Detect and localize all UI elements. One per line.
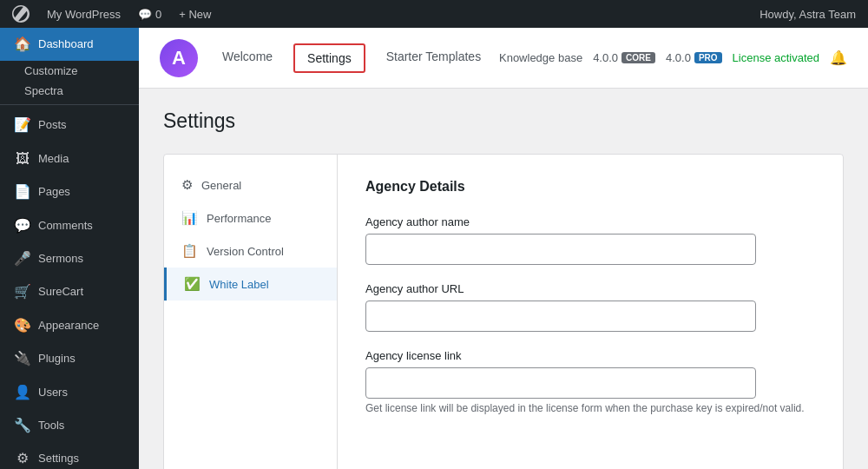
sidebar-item-sermons[interactable]: 🎤 Sermons [0, 242, 139, 275]
wp-sidebar: 🏠 Dashboard Customize Spectra 📝 Posts 🖼 … [0, 28, 139, 469]
agency-license-link-input[interactable] [365, 367, 756, 399]
plugin-logo[interactable]: A [160, 39, 198, 77]
form-group-author-name: Agency author name [365, 215, 815, 265]
version-core-badge: 4.0.0 CORE [593, 51, 655, 64]
license-activated-link[interactable]: License activated [733, 51, 819, 64]
sidebar-item-appearance[interactable]: 🎨 Appearance [0, 309, 139, 342]
plugin-header: A Welcome Settings Starter Templates Kno… [139, 28, 868, 89]
header-nav-starter-templates[interactable]: Starter Templates [369, 28, 498, 89]
sidebar-item-tools[interactable]: 🔧 Tools [0, 409, 139, 442]
sidebar-item-users[interactable]: 👤 Users [0, 376, 139, 409]
version-pro-badge: 4.0.0 PRO [666, 51, 722, 64]
sidebar-divider-1 [0, 104, 139, 105]
main-layout: 🏠 Dashboard Customize Spectra 📝 Posts 🖼 … [0, 28, 868, 469]
sidebar-item-media[interactable]: 🖼 Media [0, 142, 139, 175]
sidebar-item-surecart[interactable]: 🛒 SureCart [0, 275, 139, 308]
settings-nav-version-control[interactable]: 📋 Version Control [164, 234, 337, 268]
main-content: A Welcome Settings Starter Templates Kno… [139, 28, 868, 469]
sidebar-item-posts[interactable]: 📝 Posts [0, 109, 139, 142]
site-name[interactable]: My WordPress [42, 8, 126, 21]
sidebar-item-plugins[interactable]: 🔌 Plugins [0, 342, 139, 375]
new-content[interactable]: + New [174, 8, 216, 21]
performance-icon: 📊 [181, 210, 198, 226]
form-group-author-url: Agency author URL [365, 282, 815, 332]
header-nav-welcome[interactable]: Welcome [205, 28, 290, 89]
knowledge-base-link[interactable]: Knowledge base [499, 51, 582, 64]
page-title: Settings [163, 109, 844, 133]
settings-nav-white-label[interactable]: ✅ White Label [164, 268, 337, 301]
sidebar-item-pages[interactable]: 📄 Pages [0, 175, 139, 208]
notification-bell-icon[interactable]: 🔔 [830, 50, 847, 66]
white-label-icon: ✅ [184, 276, 201, 292]
version-control-icon: 📋 [181, 243, 198, 259]
wp-logo[interactable] [7, 5, 35, 23]
form-group-license-link: Agency license link Get license link wil… [365, 349, 815, 414]
header-nav-settings[interactable]: Settings [293, 43, 365, 73]
header-nav: Welcome Settings Starter Templates [205, 28, 499, 89]
license-link-help-text: Get license link will be displayed in th… [365, 402, 815, 414]
sidebar-item-spectra[interactable]: Spectra [0, 81, 139, 101]
settings-main-panel: Agency Details Agency author name Agency… [338, 155, 843, 469]
sidebar-item-customize[interactable]: Customize [0, 61, 139, 81]
sidebar-item-dashboard[interactable]: 🏠 Dashboard [0, 28, 139, 61]
page-content: Settings ⚙ General 📊 Performance 📋 Versi… [139, 89, 868, 469]
sidebar-item-comments[interactable]: 💬 Comments [0, 209, 139, 242]
header-right: Knowledge base 4.0.0 CORE 4.0.0 PRO Lice… [499, 50, 847, 66]
agency-author-url-input[interactable] [365, 301, 756, 332]
general-icon: ⚙ [181, 177, 193, 193]
sidebar-item-settings[interactable]: ⚙ Settings [0, 442, 139, 469]
user-greeting[interactable]: Howdy, Astra Team [754, 8, 861, 21]
comments-link[interactable]: 💬 0 [133, 8, 167, 21]
settings-sidebar: ⚙ General 📊 Performance 📋 Version Contro… [164, 155, 338, 469]
agency-license-link-label: Agency license link [365, 349, 815, 362]
admin-bar: My WordPress 💬 0 + New Howdy, Astra Team [0, 0, 868, 28]
agency-author-name-label: Agency author name [365, 215, 815, 228]
pro-badge: PRO [694, 52, 722, 63]
settings-nav-general[interactable]: ⚙ General [164, 168, 337, 201]
settings-nav-performance[interactable]: 📊 Performance [164, 201, 337, 234]
settings-layout: ⚙ General 📊 Performance 📋 Version Contro… [163, 154, 844, 469]
agency-author-name-input[interactable] [365, 234, 756, 265]
core-badge: CORE [621, 52, 655, 63]
agency-details-title: Agency Details [365, 179, 815, 195]
agency-author-url-label: Agency author URL [365, 282, 815, 295]
